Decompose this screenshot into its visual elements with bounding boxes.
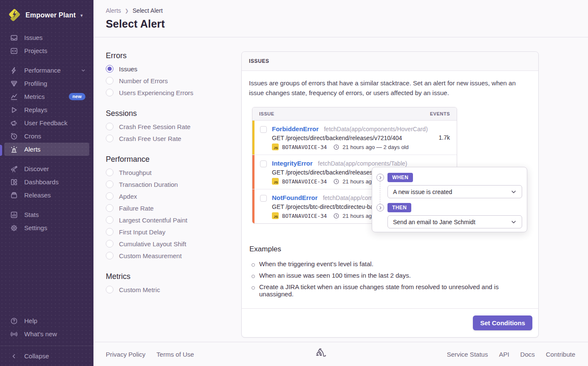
chevron-down-icon [81, 68, 85, 73]
sidebar-item-label: Stats [24, 211, 39, 218]
sidebar-item-replays[interactable]: Replays [4, 103, 89, 116]
sidebar-item-dashboards[interactable]: Dashboards [4, 175, 89, 189]
issue-details: ForbiddenError fetchData(app/components/… [272, 125, 428, 150]
radio-option-users-experiencing-errors[interactable]: Users Experiencing Errors [106, 87, 229, 99]
sidebar-item-help[interactable]: Help [4, 314, 89, 327]
sidebar-nav: Issues Projects Performance Profiling [0, 28, 93, 234]
radio-icon [106, 169, 113, 176]
example-item: When an issue was seen 100 times in the … [249, 270, 531, 281]
sidebar-item-whats-new[interactable]: What's new [4, 327, 89, 341]
radio-label: Transaction Duration [119, 181, 178, 188]
set-conditions-button[interactable]: Set Conditions [473, 315, 532, 330]
page-title: Select Alert [106, 18, 575, 30]
radio-option-custom-measurement[interactable]: Custom Measurement [106, 250, 229, 262]
org-switcher[interactable]: Empower Plant ▾ [0, 0, 93, 28]
sidebar-item-stats[interactable]: Stats [4, 208, 89, 221]
sidebar-item-label: What's new [24, 330, 57, 338]
footer-link-api[interactable]: API [499, 351, 509, 358]
alert-rule-preview-card: WHEN A new issue is created THEN Send an… [372, 167, 527, 232]
megaphone-icon [10, 119, 18, 127]
radio-option-number-of-errors[interactable]: Number of Errors [106, 75, 229, 87]
footer-link-contribute[interactable]: Contribute [546, 351, 575, 358]
issues-icon [10, 34, 18, 42]
sidebar-item-crons[interactable]: Crons [4, 130, 89, 143]
issue-short-id: BOTANAVOICE-34 [282, 144, 327, 150]
radio-option-apdex[interactable]: Apdex [106, 190, 229, 202]
issue-short-id: BOTANAVOICE-34 [282, 178, 327, 185]
radio-option-crash-free-session-rate[interactable]: Crash Free Session Rate [106, 121, 229, 132]
telescope-icon [10, 165, 18, 173]
sidebar-item-performance[interactable]: Performance [4, 64, 89, 77]
radio-option-issues[interactable]: Issues [106, 63, 229, 75]
sidebar-item-metrics[interactable]: Metrics new [4, 90, 89, 103]
sidebar-item-user-feedback[interactable]: User Feedback [4, 116, 89, 130]
radio-icon [106, 89, 113, 96]
sidebar-item-label: Issues [24, 34, 42, 41]
sidebar-item-projects[interactable]: Projects [4, 44, 89, 57]
radio-icon [106, 135, 113, 142]
breadcrumb-alerts-link[interactable]: Alerts [106, 7, 121, 14]
sidebar-item-label: Replays [24, 106, 47, 113]
issue-title-link[interactable]: NotFoundError [272, 194, 317, 201]
column-header-events: EVENTS [430, 111, 450, 116]
radio-option-transaction-duration[interactable]: Transaction Duration [106, 178, 229, 190]
radio-label: First Input Delay [119, 228, 165, 236]
issue-url: GET /projects/direct/backend/releases/v7… [272, 135, 428, 141]
issue-table-header: ISSUE EVENTS [252, 107, 457, 121]
issue-title-link[interactable]: IntegrityError [272, 160, 313, 167]
circle-chevron-right-icon [376, 174, 384, 181]
radio-option-failure-rate[interactable]: Failure Rate [106, 202, 229, 214]
example-item: Create a JIRA ticket when an issue chang… [249, 281, 531, 300]
radio-icon [106, 180, 113, 188]
radio-label: Cumulative Layout Shift [119, 240, 186, 248]
sidebar-item-discover[interactable]: Discover [4, 162, 89, 175]
radio-option-crash-free-user-rate[interactable]: Crash Free User Rate [106, 132, 229, 144]
issue-title-link[interactable]: ForbiddenError [272, 125, 319, 132]
when-badge: WHEN [387, 173, 413, 182]
radio-option-throughput[interactable]: Throughput [106, 166, 229, 178]
replays-icon [10, 106, 18, 114]
radio-label: Custom Metric [119, 286, 160, 293]
issue-level-indicator [252, 155, 254, 189]
issue-row[interactable]: ForbiddenError fetchData(app/components/… [252, 121, 457, 155]
sidebar-item-alerts[interactable]: Alerts [4, 143, 89, 156]
sidebar-item-settings[interactable]: Settings [4, 221, 89, 234]
sidebar-item-label: Help [24, 317, 37, 324]
sidebar-item-label: Discover [24, 165, 49, 172]
footer-link-privacy-policy[interactable]: Privacy Policy [106, 351, 145, 358]
radio-icon [106, 192, 113, 200]
form-section-errors: Errors Issues Number of Errors Users Exp… [106, 51, 229, 99]
footer-link-service-status[interactable]: Service Status [447, 351, 488, 358]
broadcast-icon [10, 330, 18, 338]
sidebar-item-label: Crons [24, 132, 41, 140]
org-name: Empower Plant [25, 11, 76, 19]
radio-option-cumulative-layout-shift[interactable]: Cumulative Layout Shift [106, 238, 229, 250]
issue-checkbox[interactable] [260, 126, 267, 133]
app-footer: Privacy Policy Terms of Use Service Stat… [93, 342, 588, 366]
chevron-right-icon: ❯ [125, 8, 129, 14]
section-title: Performance [106, 155, 229, 164]
then-action-select[interactable]: Send an email to Jane Schmidt [387, 215, 522, 228]
active-nav-indicator [0, 145, 2, 156]
gear-icon [10, 224, 18, 232]
panel-header: ISSUES [242, 52, 538, 71]
breadcrumb-current: Select Alert [133, 7, 163, 14]
issue-checkbox[interactable] [260, 160, 267, 167]
when-condition-select[interactable]: A new issue is created [387, 185, 522, 198]
sidebar-item-issues[interactable]: Issues [4, 31, 89, 44]
issue-culprit: fetchData(app/components/Table) [318, 160, 407, 167]
app-root: Empower Plant ▾ Issues Projects Performa… [0, 0, 588, 366]
radio-option-largest-contentful-paint[interactable]: Largest Contentful Paint [106, 214, 229, 226]
section-title: Errors [106, 51, 229, 60]
sidebar-item-releases[interactable]: Releases [4, 189, 89, 202]
footer-link-terms-of-use[interactable]: Terms of Use [156, 351, 194, 358]
radio-option-first-input-delay[interactable]: First Input Delay [106, 226, 229, 238]
issue-checkbox[interactable] [260, 195, 267, 202]
sentry-org-logo-icon [7, 7, 22, 23]
radio-option-custom-metric[interactable]: Custom Metric [106, 284, 229, 296]
footer-link-docs[interactable]: Docs [520, 351, 535, 358]
radio-icon [106, 216, 113, 224]
panel-footer: Set Conditions [242, 308, 538, 337]
sidebar-item-profiling[interactable]: Profiling [4, 77, 89, 90]
sidebar-collapse-button[interactable]: Collapse [4, 349, 89, 363]
